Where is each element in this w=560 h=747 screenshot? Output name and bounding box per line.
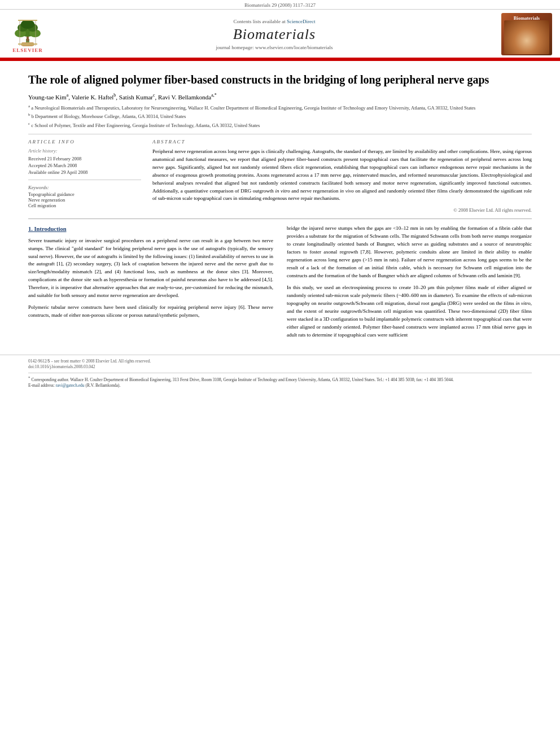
body-para-3: bridge the injured nerve stumps when the… [287, 225, 532, 280]
abstract-text: Peripheral nerve regeneration across lon… [152, 148, 532, 203]
divider-keywords [28, 180, 141, 180]
svg-rect-13 [18, 43, 37, 45]
contents-available: Contents lists available at ScienceDirec… [47, 19, 501, 24]
section-1-heading: 1. Introduction [28, 225, 273, 234]
available-date: Available online 29 April 2008 [28, 169, 141, 175]
article-info-col: ARTICLE INFO Article history: Received 2… [28, 139, 141, 213]
journal-name: Biomaterials [47, 26, 501, 43]
abstract-label: ABSTRACT [152, 139, 532, 145]
email-suffix: (R.V. Bellamkonda). [85, 383, 120, 388]
biomaterials-logo-box: Biomaterials [501, 13, 552, 55]
keywords-label: Keywords: [28, 185, 141, 190]
email-link[interactable]: ravi@gatech.edu [56, 383, 85, 388]
svg-rect-12 [18, 20, 37, 21]
body-para-2: Polymeric tubular nerve constructs have … [28, 304, 273, 320]
footnote-star: * [28, 375, 30, 380]
journal-homepage: journal homepage: www.elsevier.com/locat… [47, 45, 501, 50]
footer-doi: 0142-9612/$ – see front matter © 2008 El… [28, 359, 532, 370]
affiliations: a a Neurological Biomaterials and Therap… [28, 104, 532, 129]
article-history-label: Article history: [28, 148, 141, 154]
divider-body [28, 219, 532, 219]
affil-c: c c School of Polymer, Textile and Fiber… [28, 121, 532, 129]
author-sup-b: b [113, 93, 116, 98]
elsevier-tree-icon [8, 15, 47, 46]
elsevier-logo: ELSEVIER [8, 15, 47, 53]
elsevier-label: ELSEVIER [12, 47, 43, 53]
svg-rect-10 [19, 21, 20, 46]
accepted-date: Accepted 26 March 2008 [28, 163, 141, 168]
main-content: The role of aligned polymer fiber-based … [0, 61, 560, 352]
body-para-4: In this study, we used an electrospinnin… [287, 284, 532, 339]
article-title: The role of aligned polymer fiber-based … [28, 72, 532, 87]
keyword-2: Nerve regeneration [28, 197, 141, 203]
body-columns: 1. Introduction Severe traumatic injury … [28, 225, 532, 343]
body-col-left: 1. Introduction Severe traumatic injury … [28, 225, 273, 343]
copyright-line: © 2008 Elsevier Ltd. All rights reserved… [152, 207, 532, 213]
divider-affiliations [28, 134, 532, 134]
journal-citation-bar: Biomaterials 29 (2008) 3117–3127 [0, 0, 560, 10]
received-date: Received 21 February 2008 [28, 156, 141, 161]
keyword-3: Cell migration [28, 203, 141, 208]
author-sup-c: c [153, 93, 155, 98]
journal-title-center: Contents lists available at ScienceDirec… [47, 19, 501, 50]
red-bar-header [0, 58, 560, 60]
biomaterials-logo-image [504, 20, 549, 54]
affil-a: a a Neurological Biomaterials and Therap… [28, 104, 532, 112]
journal-citation: Biomaterials 29 (2008) 3117–3127 [244, 2, 316, 8]
body-para-1: Severe traumatic injury or invasive surg… [28, 237, 273, 300]
email-label: E-mail address: [28, 383, 55, 388]
article-info-abstract: ARTICLE INFO Article history: Received 2… [28, 139, 532, 213]
journal-banner: ELSEVIER Contents lists available at Sci… [0, 10, 560, 58]
journal-header: Biomaterials 29 (2008) 3117–3127 [0, 0, 560, 61]
abstract-col: ABSTRACT Peripheral nerve regeneration a… [152, 139, 532, 213]
svg-rect-11 [35, 21, 36, 46]
sciencedirect-link[interactable]: ScienceDirect [287, 19, 315, 24]
authors-line: Young-tae Kima, Valerie K. Haftelb, Sati… [28, 93, 532, 101]
footer-footnote: * Corresponding author. Wallace H. Coult… [28, 373, 532, 389]
biomaterials-logo-text: Biomaterials [501, 15, 552, 21]
affil-b: b b Department of Biology, Morehouse Col… [28, 112, 532, 120]
footer-area: 0142-9612/$ – see front matter © 2008 El… [0, 355, 560, 392]
author-sup-a2: a,* [211, 93, 217, 98]
body-col-right: bridge the injured nerve stumps when the… [287, 225, 532, 343]
keyword-1: Topographical guidance [28, 191, 141, 197]
author-sup-a: a [67, 93, 69, 98]
svg-point-7 [21, 20, 34, 29]
article-info-label: ARTICLE INFO [28, 139, 141, 145]
